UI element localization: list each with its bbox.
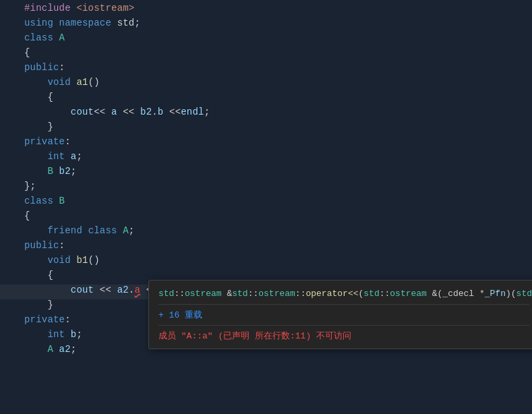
token: class (24, 32, 59, 43)
token: std (117, 18, 135, 28)
code-line-6: void a1() (0, 77, 532, 92)
tooltip-divider2 (158, 325, 529, 326)
token: namespace (59, 18, 117, 28)
code-line-10: private: (0, 136, 532, 151)
code-editor: #include <iostream>using namespace std;c… (0, 0, 532, 414)
code-tokens-8: cout<< a << b2.b <<endl; (24, 107, 527, 117)
code-tokens-17: public: (24, 240, 527, 251)
token: : (59, 62, 65, 73)
token: () (88, 77, 100, 88)
token: A (47, 344, 59, 355)
token: << (94, 107, 111, 117)
token: { (24, 270, 53, 280)
token: ; (71, 166, 77, 177)
token: } (24, 121, 53, 132)
token: { (24, 47, 30, 58)
code-tokens-10: private: (24, 136, 527, 147)
code-tokens-4: { (24, 47, 527, 58)
code-line-2: using namespace std; (0, 18, 532, 32)
token: << (169, 107, 181, 117)
token: b2 (59, 166, 71, 177)
token (24, 225, 47, 236)
token: : (65, 136, 71, 147)
token: cout (71, 285, 100, 295)
token (24, 344, 47, 355)
token (24, 166, 47, 177)
token: endl (181, 107, 204, 117)
token: private (24, 314, 65, 325)
token: b2 (140, 107, 152, 117)
tooltip-overloads: + 16 重载 (158, 309, 529, 321)
code-line-14: class B (0, 196, 532, 210)
code-line-7: { (0, 92, 532, 107)
code-tokens-3: class A (24, 32, 527, 43)
code-tokens-18: void b1() (24, 255, 527, 266)
token: } (24, 299, 53, 310)
token: A (59, 32, 65, 43)
code-line-1: #include <iostream> (0, 3, 532, 18)
token: << (123, 107, 140, 117)
token: b1 (76, 255, 88, 266)
token: ; (129, 225, 135, 236)
token: B (47, 166, 59, 177)
code-tokens-19: { (24, 270, 527, 280)
code-tokens-13: }; (24, 181, 527, 191)
token (24, 255, 47, 266)
token: : (59, 240, 65, 251)
token: { (24, 92, 53, 102)
token: a1 (76, 77, 88, 88)
token (24, 285, 71, 295)
token (24, 107, 71, 117)
token (24, 77, 47, 88)
code-line-3: class A (0, 32, 532, 47)
code-tokens-5: public: (24, 62, 527, 73)
tooltip-error: 成员 "A::a" (已声明 所在行数:11) 不可访问 (158, 330, 529, 342)
code-line-8: cout<< a << b2.b <<endl; (0, 107, 532, 121)
token (24, 329, 47, 340)
token: ; (76, 151, 82, 162)
code-tokens-7: { (24, 92, 527, 102)
code-line-15: { (0, 210, 532, 225)
token: friend (47, 225, 88, 236)
code-line-18: void b1() (0, 255, 532, 270)
code-tokens-9: } (24, 121, 527, 132)
code-tokens-6: void a1() (24, 77, 527, 88)
token: #include (24, 3, 76, 13)
token: B (59, 196, 65, 206)
token: class (88, 225, 123, 236)
token (24, 151, 47, 162)
code-tokens-12: B b2; (24, 166, 527, 177)
token: void (47, 77, 76, 88)
code-line-5: public: (0, 62, 532, 77)
code-line-11: int a; (0, 151, 532, 166)
token: public (24, 62, 59, 73)
code-line-9: } (0, 121, 532, 136)
token: << (100, 285, 117, 295)
token: ; (71, 344, 77, 355)
token: public (24, 240, 59, 251)
token: void (47, 255, 76, 266)
token: class (24, 196, 59, 206)
code-tokens-16: friend class A; (24, 225, 527, 236)
token: a (134, 285, 140, 295)
code-tokens-14: class B (24, 196, 527, 206)
token: int (47, 151, 70, 162)
token: private (24, 136, 65, 147)
token: ; (134, 18, 140, 28)
code-line-16: friend class A; (0, 225, 532, 240)
token: int (47, 329, 70, 340)
tooltip-namespace: std (158, 289, 174, 299)
token: ; (76, 329, 82, 340)
intellisense-tooltip: std::ostream &std::ostream::operator<<(s… (148, 280, 532, 350)
code-line-12: B b2; (0, 166, 532, 181)
token: ; (204, 107, 210, 117)
code-line-13: }; (0, 181, 532, 196)
token: . (152, 107, 158, 117)
token: a2 (59, 344, 71, 355)
code-tokens-2: using namespace std; (24, 18, 527, 28)
token: using (24, 18, 59, 28)
token: () (88, 255, 100, 266)
token: }; (24, 181, 36, 191)
token: <iostream> (76, 3, 134, 13)
code-tokens-1: #include <iostream> (24, 3, 527, 13)
